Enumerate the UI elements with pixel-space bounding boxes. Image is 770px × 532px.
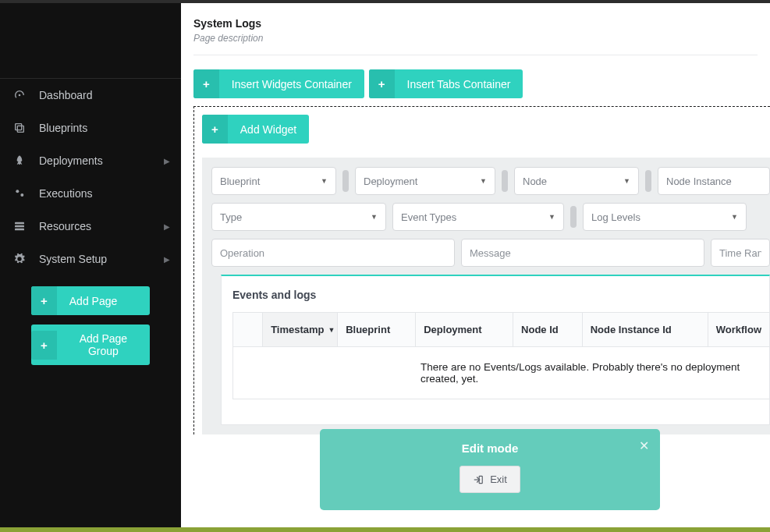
time-range-input[interactable] <box>719 239 761 266</box>
column-label: Workflow <box>716 324 761 335</box>
sidebar-item-deployments[interactable]: Deployments ▶ <box>0 144 181 177</box>
add-widget-button[interactable]: Add Widget <box>202 115 309 144</box>
sign-out-icon <box>473 474 484 485</box>
filter-separator <box>570 206 577 228</box>
column-label: Node Id <box>521 324 559 335</box>
svg-point-4 <box>20 193 23 197</box>
page-action-row: Insert Widgets Container Insert Tabs Con… <box>181 69 770 106</box>
add-page-button[interactable]: Add Page <box>31 286 150 315</box>
filter-label: Log Levels <box>591 211 640 223</box>
button-label: Insert Widgets Container <box>219 70 364 98</box>
svg-point-3 <box>16 190 19 193</box>
sidebar-item-label: System Setup <box>39 253 107 265</box>
sidebar-item-label: Resources <box>39 220 91 232</box>
sidebar-logo-area <box>0 3 181 78</box>
filter-row-1: Blueprint ▼ Deployment ▼ Node ▼ <box>211 167 770 195</box>
events-empty-message: There are no Events/Logs available. Prob… <box>233 347 769 399</box>
sidebar-item-system-setup[interactable]: System Setup ▶ <box>0 243 181 275</box>
sidebar-item-blueprints[interactable]: Blueprints <box>0 112 181 144</box>
sidebar-item-dashboard[interactable]: Dashboard <box>0 79 181 112</box>
page-header: System Logs Page description <box>181 3 770 55</box>
button-label: Add Page <box>57 287 130 315</box>
filter-separator <box>645 170 651 192</box>
insert-tabs-container-button[interactable]: Insert Tabs Container <box>369 69 523 98</box>
sidebar-item-resources[interactable]: Resources ▶ <box>0 210 181 243</box>
sidebar-item-label: Dashboard <box>39 89 93 101</box>
close-icon[interactable]: ✕ <box>639 438 649 453</box>
caret-down-icon: ▼ <box>480 177 487 185</box>
filter-event-types[interactable]: Event Types ▼ <box>392 203 564 231</box>
chevron-right-icon: ▶ <box>164 222 170 231</box>
events-card: Events and logs Timestamp ▼ Blueprint <box>221 275 770 425</box>
filter-node-instance[interactable]: Node Instance <box>658 167 770 195</box>
button-label: Insert Tabs Container <box>395 70 523 98</box>
caret-down-icon: ▼ <box>731 213 738 221</box>
sidebar-item-label: Deployments <box>39 154 103 167</box>
operation-input[interactable] <box>220 239 446 266</box>
sidebar-action-buttons: Add Page Add Page Group <box>0 275 181 376</box>
edit-mode-title: Edit mode <box>332 442 648 455</box>
svg-rect-2 <box>16 124 22 130</box>
events-table-head: Timestamp ▼ Blueprint Deployment <box>233 313 769 347</box>
table-col-timestamp[interactable]: Timestamp ▼ <box>263 313 338 347</box>
plus-icon <box>193 69 219 98</box>
page-description: Page description <box>193 33 758 44</box>
edit-mode-panel: ✕ Edit mode Exit <box>320 429 660 510</box>
sidebar-item-executions[interactable]: Executions <box>0 177 181 210</box>
filter-label: Blueprint <box>220 176 260 187</box>
button-label: Add Page Group <box>57 325 150 365</box>
svg-rect-7 <box>15 229 24 231</box>
filter-label: Type <box>220 211 242 223</box>
filter-label: Node Instance <box>666 176 732 187</box>
filter-time-range-input[interactable] <box>711 239 770 267</box>
filter-node[interactable]: Node ▼ <box>514 167 639 195</box>
filter-deployment[interactable]: Deployment ▼ <box>355 167 495 195</box>
message-input[interactable] <box>470 239 696 266</box>
table-col-workflow[interactable]: Workflow <box>708 313 769 347</box>
filter-row-2: Type ▼ Event Types ▼ Log Levels ▼ <box>211 203 770 231</box>
add-page-group-button[interactable]: Add Page Group <box>31 325 150 365</box>
column-label: Blueprint <box>346 324 390 335</box>
svg-rect-6 <box>15 225 24 228</box>
exit-button[interactable]: Exit <box>460 466 520 493</box>
sort-desc-icon: ▼ <box>328 326 335 334</box>
caret-down-icon: ▼ <box>623 177 630 185</box>
filter-type[interactable]: Type ▼ <box>211 203 386 231</box>
svg-rect-5 <box>15 222 24 225</box>
rocket-icon <box>11 154 28 167</box>
plus-icon <box>31 286 57 315</box>
table-col-blueprint[interactable]: Blueprint <box>338 313 416 347</box>
table-col-node-id[interactable]: Node Id <box>513 313 583 347</box>
page-title: System Logs <box>193 17 758 30</box>
filter-operation-input[interactable] <box>211 239 455 267</box>
plus-icon <box>202 115 228 144</box>
filters-panel: Blueprint ▼ Deployment ▼ Node ▼ <box>202 158 770 434</box>
filter-separator <box>342 170 349 192</box>
sidebar-item-label: Executions <box>39 187 92 200</box>
copy-icon <box>11 122 28 134</box>
widget-container: Add Widget Blueprint ▼ Deployment ▼ <box>193 106 770 434</box>
filter-blueprint[interactable]: Blueprint ▼ <box>211 167 336 195</box>
events-table: Timestamp ▼ Blueprint Deployment <box>232 312 769 399</box>
gear-icon <box>11 253 28 265</box>
filter-label: Deployment <box>364 176 417 187</box>
column-label: Node Instance Id <box>591 324 672 335</box>
gauge-icon <box>11 89 28 101</box>
caret-down-icon: ▼ <box>321 177 328 185</box>
filter-separator <box>502 170 508 192</box>
chevron-right-icon: ▶ <box>164 255 170 264</box>
filter-log-levels[interactable]: Log Levels ▼ <box>583 203 747 231</box>
server-icon <box>11 220 28 232</box>
table-col-deployment[interactable]: Deployment <box>416 313 513 347</box>
insert-widgets-container-button[interactable]: Insert Widgets Container <box>193 69 364 98</box>
header-divider <box>193 55 758 55</box>
filter-message-input[interactable] <box>461 239 704 267</box>
table-col-node-instance-id[interactable]: Node Instance Id <box>583 313 708 347</box>
column-label: Deployment <box>424 324 481 335</box>
cogs-icon <box>11 187 28 200</box>
chevron-right-icon: ▶ <box>164 157 170 165</box>
filter-label: Event Types <box>401 211 456 223</box>
column-label: Timestamp <box>271 324 324 335</box>
sidebar: Dashboard Blueprints Deployments ▶ E <box>0 3 181 527</box>
footer-accent-bar <box>0 527 770 532</box>
